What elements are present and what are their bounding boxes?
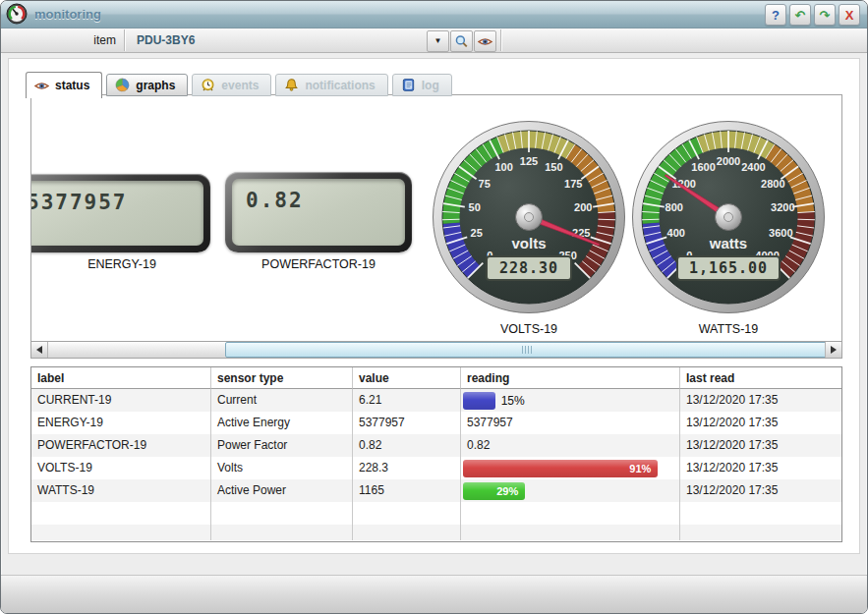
gauge-tick-label: 2400 <box>741 161 765 173</box>
cell-last-read: 13/12/2020 17:35 <box>680 479 841 502</box>
table-empty-row <box>31 502 841 525</box>
tab-status[interactable]: status <box>26 72 102 98</box>
energy-lcd-label: ENERGY-19 <box>31 257 212 271</box>
table-row[interactable]: VOLTS-19Volts228.391%13/12/2020 17:35 <box>31 457 841 479</box>
column-header-label[interactable]: label <box>31 367 211 389</box>
undo-arrow-icon: ↶ <box>795 8 806 23</box>
gauge-tick-label: 800 <box>665 201 683 213</box>
toolbar: item PDU-3BY6 ▼ <box>1 28 867 53</box>
gauge-tick-label: 150 <box>545 161 562 173</box>
reading-bar-label: 15% <box>501 394 525 408</box>
tab-graphs[interactable]: graphs <box>106 74 188 96</box>
scrollbar-thumb[interactable] <box>225 342 830 358</box>
arrow-left-icon <box>36 346 42 354</box>
close-button[interactable]: X <box>839 4 860 26</box>
cell-last-read: 13/12/2020 17:35 <box>680 412 841 434</box>
scroll-left-button[interactable] <box>31 342 48 358</box>
tab-label: log <box>422 79 439 92</box>
redo-button[interactable]: ↷ <box>814 4 836 26</box>
empty-cell <box>461 502 680 525</box>
empty-cell <box>211 525 353 540</box>
table-row[interactable]: ENERGY-19Active Energy5377957537795713/1… <box>31 412 841 434</box>
column-header-value[interactable]: value <box>353 367 461 389</box>
column-header-sensor-type[interactable]: sensor type <box>211 367 353 389</box>
cell-last-read: 13/12/2020 17:35 <box>680 434 841 457</box>
gauge-tick-label: 25 <box>471 227 483 239</box>
empty-cell <box>680 502 841 525</box>
cell-label: VOLTS-19 <box>31 457 211 479</box>
empty-cell <box>31 525 211 540</box>
alarm-clock-icon <box>201 78 215 92</box>
item-combobox[interactable]: PDU-3BY6 <box>137 28 195 52</box>
cell-sensor-type: Current <box>211 389 353 412</box>
powerfactor-lcd-display: 0.82 <box>225 172 412 252</box>
table-row[interactable]: CURRENT-19Current6.2115%13/12/2020 17:35 <box>31 389 841 412</box>
column-header-last-read[interactable]: last read <box>680 367 841 389</box>
combo-dropdown-button[interactable]: ▼ <box>427 30 449 52</box>
gauges-panel: 5377957 ENERGY-19 0.82 POWERFACTOR-19 02… <box>30 94 842 359</box>
cell-value: 0.82 <box>353 434 461 457</box>
cell-value: 228.3 <box>353 457 461 479</box>
pie-chart-icon <box>115 78 130 92</box>
question-icon: ? <box>772 8 780 23</box>
cell-label: ENERGY-19 <box>31 412 211 434</box>
gauge-tick-label: 3600 <box>769 227 792 239</box>
help-button[interactable]: ? <box>765 4 786 26</box>
empty-cell <box>31 502 211 525</box>
tab-events[interactable]: events <box>192 74 271 96</box>
cell-last-read: 13/12/2020 17:35 <box>680 457 841 479</box>
status-bar <box>1 575 867 613</box>
watts-gauge: 040080012001600200024002800320036004000w… <box>630 119 827 315</box>
cell-last-read: 13/12/2020 17:35 <box>680 389 841 412</box>
energy-lcd-value: 5377957 <box>31 181 203 214</box>
undo-button[interactable]: ↶ <box>789 4 811 26</box>
gauge-tick-label: 125 <box>520 155 538 167</box>
cell-sensor-type: Active Energy <box>211 412 353 434</box>
toolbar-separator <box>500 29 501 51</box>
gauge-tick-label: 75 <box>479 178 491 190</box>
cell-reading: 5377957 <box>461 412 680 434</box>
tab-bar: statusgraphseventsnotificationslog <box>26 72 452 96</box>
tab-notifications[interactable]: notifications <box>275 74 387 96</box>
cell-label: CURRENT-19 <box>31 389 211 412</box>
close-icon: X <box>845 8 854 23</box>
bell-icon <box>284 78 299 92</box>
tab-label: events <box>221 79 259 92</box>
cell-reading: 15% <box>461 389 680 412</box>
column-header-reading[interactable]: reading <box>461 367 680 389</box>
empty-cell <box>353 502 461 525</box>
scroll-right-button[interactable] <box>825 342 841 358</box>
table-row[interactable]: POWERFACTOR-19Power Factor0.820.8213/12/… <box>31 434 841 457</box>
gauge-tick-label: 100 <box>494 161 512 173</box>
eye-icon <box>478 34 492 49</box>
gauge-tick-label: 50 <box>469 201 481 213</box>
search-button[interactable] <box>450 30 473 52</box>
window-title: monitoring <box>34 7 101 22</box>
gauge-tick-label: 2000 <box>717 155 740 167</box>
energy-lcd-screen: 5377957 <box>31 181 203 246</box>
empty-cell <box>211 502 353 525</box>
reading-bar: 29% <box>463 482 525 500</box>
titlebar: monitoring ?↶↷X <box>1 1 867 28</box>
gauge-tick-label: 200 <box>574 201 592 213</box>
reading-bar <box>463 392 495 410</box>
cell-sensor-type: Power Factor <box>211 434 353 457</box>
cell-label: WATTS-19 <box>31 479 211 502</box>
gauge-tick-label: 3200 <box>771 201 794 213</box>
cell-value: 1165 <box>353 479 461 502</box>
reading-bar-label: 29% <box>496 485 518 497</box>
eye-icon <box>34 79 49 93</box>
table-row[interactable]: WATTS-19Active Power116529%13/12/2020 17… <box>31 479 841 502</box>
cell-reading: 0.82 <box>461 434 680 457</box>
tab-log[interactable]: log <box>392 74 452 96</box>
gauge-tick-label: 1600 <box>691 161 715 173</box>
cell-reading: 29% <box>461 479 680 502</box>
horizontal-scrollbar[interactable] <box>31 341 841 358</box>
gauge-value-display: 228.30 <box>499 259 558 277</box>
magnifier-icon <box>454 34 469 49</box>
tab-label: status <box>55 79 89 92</box>
cell-sensor-type: Active Power <box>211 479 353 502</box>
window-buttons: ?↶↷X <box>765 4 860 26</box>
view-button[interactable] <box>474 30 496 52</box>
cell-sensor-type: Volts <box>211 457 353 479</box>
